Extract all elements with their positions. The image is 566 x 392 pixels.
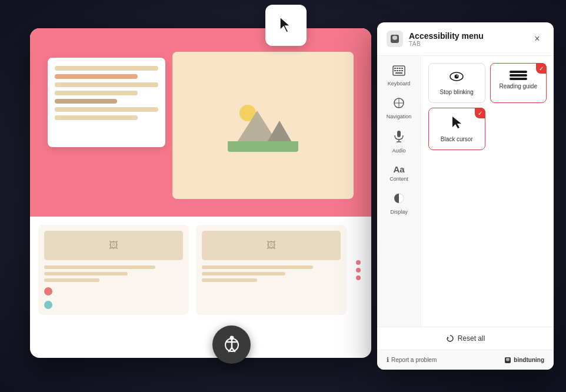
audio-icon [394, 130, 404, 146]
svg-rect-14 [399, 70, 401, 71]
mockup-dots-right [354, 225, 363, 315]
svg-rect-10 [399, 68, 401, 69]
mockup-card-line [202, 272, 285, 275]
cursor-svg [450, 115, 463, 129]
black-cursor-label: Black cursor [441, 136, 473, 142]
panel-header: Accessibility menu TAB × [377, 22, 554, 56]
mockup-line [55, 74, 138, 79]
check-badge-cursor: ✓ [475, 108, 485, 118]
keyboard-label: Keyboard [388, 81, 411, 87]
mockup-card-line [202, 265, 313, 269]
mockup-sub-btn [55, 126, 102, 139]
dot-right [356, 275, 361, 280]
reset-icon [446, 334, 454, 343]
svg-rect-16 [395, 72, 402, 74]
dot-pink [44, 287, 52, 295]
svg-point-26 [457, 75, 458, 77]
reset-button[interactable]: Reset all [377, 327, 554, 350]
options-grid: Stop blinking ✓ Reading guide [428, 63, 547, 150]
cursor-tooltip [265, 5, 307, 46]
navigation-icon [393, 97, 405, 112]
svg-marker-27 [447, 337, 449, 339]
mockup-bottom: 🖼 🖼 [30, 217, 371, 323]
dot-teal [44, 301, 52, 309]
mockup-line [55, 107, 158, 112]
sidebar-item-audio[interactable]: Audio [379, 125, 419, 158]
mockup-card-line [44, 265, 155, 269]
svg-rect-8 [394, 68, 396, 69]
panel-subtitle: TAB [409, 41, 524, 47]
brand-name: bindtuning [514, 357, 544, 363]
navigation-label: Navigation [387, 114, 412, 119]
report-label: Report a problem [391, 357, 437, 363]
website-mockup: 🖼 🖼 [30, 28, 371, 358]
dot-right [356, 268, 361, 273]
scene: 🖼 🖼 [12, 11, 554, 381]
audio-label: Audio [392, 148, 405, 154]
bindtuning-logo-icon [504, 357, 511, 364]
brand-logo: bindtuning [504, 357, 544, 364]
svg-rect-13 [397, 70, 398, 71]
accessibility-button[interactable] [212, 325, 251, 364]
keyboard-svg [392, 65, 405, 76]
mockup-line [55, 66, 158, 71]
panel-title-block: Accessibility menu TAB [409, 31, 524, 47]
panel-body: Keyboard Navigation [377, 56, 554, 327]
content-icon: Aa [393, 164, 404, 174]
display-svg [393, 192, 405, 204]
panel-sidebar: Keyboard Navigation [377, 56, 421, 327]
eye-icon [449, 71, 464, 86]
close-button[interactable]: × [530, 32, 544, 46]
svg-rect-15 [401, 70, 403, 71]
accessibility-icon [221, 334, 243, 356]
mockup-card-line [202, 278, 257, 282]
option-black-cursor[interactable]: ✓ Black cursor [428, 108, 485, 150]
keyboard-icon [392, 65, 405, 79]
reset-label: Reset all [458, 334, 485, 343]
mountain-small [267, 121, 292, 143]
display-label: Display [390, 209, 408, 215]
sidebar-item-content[interactable]: Aa Content [379, 160, 419, 187]
svg-rect-20 [397, 131, 401, 137]
panel-main: Stop blinking ✓ Reading guide [421, 56, 554, 327]
mockup-card-2: 🖼 [196, 225, 347, 315]
sidebar-item-navigation[interactable]: Navigation [379, 92, 419, 124]
option-reading-guide[interactable]: ✓ Reading guide [490, 63, 547, 103]
accessibility-panel: Accessibility menu TAB × [377, 22, 554, 370]
panel-title: Accessibility menu [409, 31, 524, 41]
option-stop-blinking[interactable]: Stop blinking [428, 63, 485, 103]
audio-svg [394, 130, 404, 143]
sidebar-item-display[interactable]: Display [379, 188, 419, 220]
svg-rect-11 [401, 68, 403, 69]
report-problem-link[interactable]: ℹ Report a problem [387, 356, 437, 364]
mockup-card-1: 🖼 [38, 225, 189, 315]
mockup-line [55, 115, 138, 120]
panel-footer: Reset all ℹ Report a problem bindtuning [377, 327, 554, 370]
mockup-image [172, 52, 354, 199]
navigation-svg [393, 97, 405, 109]
sidebar-item-keyboard[interactable]: Keyboard [379, 61, 419, 91]
mockup-card-line [44, 278, 99, 282]
svg-rect-9 [397, 68, 398, 69]
mountain-scene [228, 99, 298, 152]
mockup-line [55, 82, 158, 87]
info-icon: ℹ [387, 356, 389, 364]
mockup-card-image: 🖼 [44, 231, 183, 260]
panel-bottom-bar: ℹ Report a problem bindtuning [377, 350, 554, 370]
mockup-card-line [44, 272, 128, 275]
black-cursor-icon [450, 115, 463, 133]
mockup-line [55, 91, 138, 95]
mockup-card-image-2: 🖼 [202, 231, 341, 260]
svg-point-25 [455, 75, 459, 79]
reading-guide-icon [510, 71, 527, 80]
dot-right [356, 260, 361, 265]
content-label: Content [389, 176, 408, 182]
stop-blinking-label: Stop blinking [440, 89, 474, 95]
grass [228, 141, 298, 152]
display-icon [393, 192, 405, 207]
mockup-hero [30, 28, 371, 217]
check-badge-reading: ✓ [536, 63, 547, 74]
mockup-text-block [48, 58, 165, 147]
reading-guide-label: Reading guide [500, 83, 538, 89]
panel-logo [387, 31, 403, 47]
